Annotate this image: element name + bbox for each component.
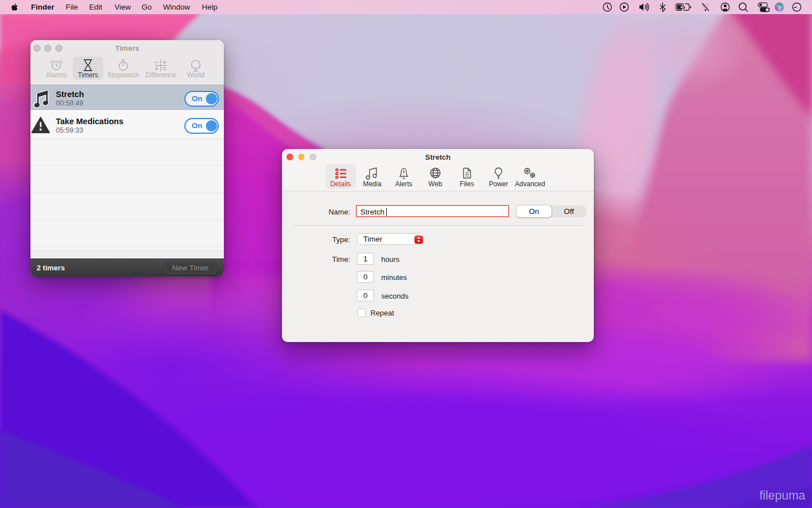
svg-text:filepuma: filepuma [760, 489, 805, 502]
